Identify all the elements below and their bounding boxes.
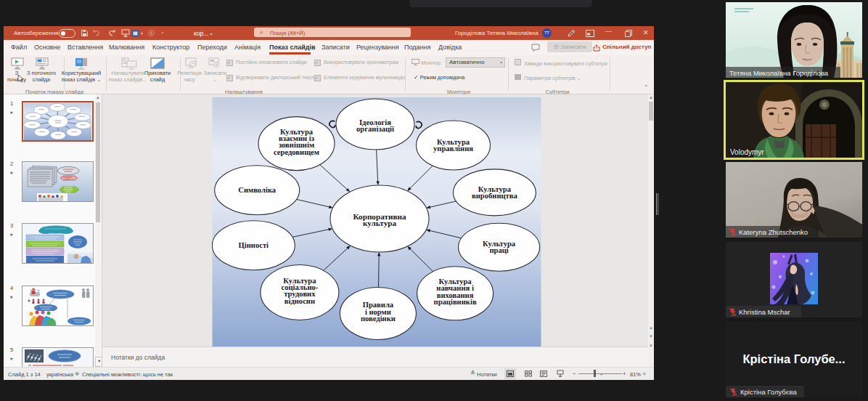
svg-text:Символіка: Символіка [238,186,277,194]
svg-text:Культурауправління: Культурауправління [433,138,473,153]
svg-text:Культуранавчання івихованняпра: Культуранавчання івихованняпрацівників [434,278,477,306]
svg-text:Крістіна Голубєва: Крістіна Голубєва [740,388,798,396]
svg-text:Khristina Mschar: Khristina Mschar [739,308,790,316]
svg-text:Культурасоціально-трудовихвідн: Культурасоціально-трудовихвідносин [281,277,318,305]
svg-text:Тетяна Миколаївна Городілова: Тетяна Миколаївна Городілова [729,69,829,77]
svg-text:Цінності: Цінності [239,241,269,249]
svg-text:Крістіна Голубе...: Крістіна Голубе... [742,352,845,365]
svg-text:Ідеологіяорганізації: Ідеологіяорганізації [356,118,394,133]
svg-text:Культуравзаємин іззовнішнімсер: Культуравзаємин іззовнішнімсередовищем [274,128,319,156]
svg-text:Правилаі нормиповедінки: Правилаі нормиповедінки [361,301,396,323]
svg-text:Volodymyr: Volodymyr [730,148,764,156]
svg-text:Kateryna Zhutschenko: Kateryna Zhutschenko [739,228,808,236]
